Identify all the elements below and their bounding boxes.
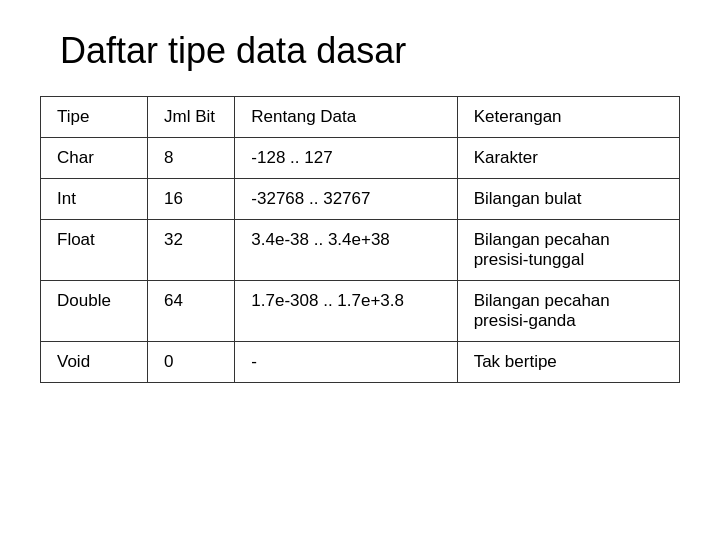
cell-3-0: Double	[41, 281, 148, 342]
table-row: Char8-128 .. 127Karakter	[41, 138, 680, 179]
page-title: Daftar tipe data dasar	[60, 30, 406, 72]
cell-1-3: Bilangan bulat	[457, 179, 679, 220]
cell-0-2: -128 .. 127	[235, 138, 457, 179]
cell-3-2: 1.7e-308 .. 1.7e+3.8	[235, 281, 457, 342]
table-row: Void0-Tak bertipe	[41, 342, 680, 383]
cell-1-2: -32768 .. 32767	[235, 179, 457, 220]
header-jml-bit: Jml Bit	[148, 97, 235, 138]
data-types-table: Tipe Jml Bit Rentang Data Keterangan Cha…	[40, 96, 680, 383]
cell-2-2: 3.4e-38 .. 3.4e+38	[235, 220, 457, 281]
cell-2-3: Bilangan pecahan presisi-tunggal	[457, 220, 679, 281]
cell-4-1: 0	[148, 342, 235, 383]
cell-4-3: Tak bertipe	[457, 342, 679, 383]
cell-1-1: 16	[148, 179, 235, 220]
cell-2-1: 32	[148, 220, 235, 281]
cell-3-3: Bilangan pecahan presisi-ganda	[457, 281, 679, 342]
table-row: Double641.7e-308 .. 1.7e+3.8Bilangan pec…	[41, 281, 680, 342]
cell-0-3: Karakter	[457, 138, 679, 179]
cell-0-1: 8	[148, 138, 235, 179]
cell-4-0: Void	[41, 342, 148, 383]
header-rentang: Rentang Data	[235, 97, 457, 138]
table-row: Int16-32768 .. 32767Bilangan bulat	[41, 179, 680, 220]
table-header-row: Tipe Jml Bit Rentang Data Keterangan	[41, 97, 680, 138]
header-keterangan: Keterangan	[457, 97, 679, 138]
cell-3-1: 64	[148, 281, 235, 342]
header-tipe: Tipe	[41, 97, 148, 138]
cell-2-0: Float	[41, 220, 148, 281]
table-row: Float323.4e-38 .. 3.4e+38Bilangan pecaha…	[41, 220, 680, 281]
cell-4-2: -	[235, 342, 457, 383]
cell-0-0: Char	[41, 138, 148, 179]
cell-1-0: Int	[41, 179, 148, 220]
